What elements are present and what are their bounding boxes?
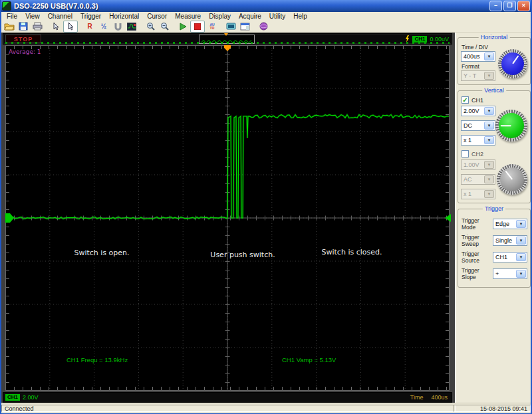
open-folder-icon [4, 22, 15, 31]
chevron-down-icon[interactable]: ▼ [484, 107, 494, 115]
trigger-slope-label: Trigger Slope [462, 267, 493, 280]
cursor-arrow-icon [52, 22, 60, 31]
magnet-icon [114, 22, 122, 31]
menu-trigger[interactable]: Trigger [76, 13, 105, 20]
window-icon [240, 23, 250, 31]
menu-horizontal[interactable]: Horizontal [105, 13, 143, 20]
chevron-down-icon[interactable]: ▼ [516, 220, 526, 228]
trigger-source-label: Trigger Source [462, 251, 493, 264]
menu-view[interactable]: View [21, 13, 44, 20]
trigger-group-title: Trigger [483, 205, 505, 212]
stop-icon [194, 23, 201, 30]
ch1-volts-select[interactable]: 2.00V▼ [461, 106, 495, 116]
preview-trigger-marker-icon[interactable] [224, 33, 228, 36]
trigger-slope-select[interactable]: +▼ [493, 268, 527, 279]
open-button[interactable] [3, 21, 16, 32]
ch1-checkbox[interactable]: ✓ [462, 96, 469, 104]
zoom-out-button[interactable] [158, 21, 171, 32]
chevron-down-icon[interactable]: ▼ [484, 52, 494, 60]
menu-channel[interactable]: Channel [44, 13, 76, 20]
ch2-knob-face [500, 167, 524, 191]
vertical-group-title: Vertical [482, 87, 506, 94]
menu-help[interactable]: Help [289, 13, 311, 20]
letter-r-icon: R [87, 23, 92, 30]
ch1-position-knob[interactable] [495, 110, 527, 142]
toolbar: R ½ AUTO [0, 21, 532, 33]
menu-cursor[interactable]: Cursor [143, 13, 171, 20]
time-div-select[interactable]: 400us ▼ [461, 51, 495, 62]
panel-window-button[interactable] [238, 21, 251, 32]
floppy-icon [19, 22, 28, 31]
chevron-down-icon: ▼ [484, 161, 494, 169]
ch2-probe-select: x 1▼ [461, 189, 495, 199]
format-label: Format [462, 63, 498, 70]
app-icon [2, 1, 11, 11]
status-bar: Connected 15-08-2015 09:41 [0, 403, 532, 414]
auto-icon: AUTO [209, 23, 214, 30]
ch1-probe-select[interactable]: x 1▼ [461, 135, 495, 146]
chevron-down-icon[interactable]: ▼ [516, 253, 526, 261]
check-icon: ✓ [462, 97, 467, 104]
annotation-switch-closed: Switch is closed. [322, 248, 382, 257]
pointer-tool-button[interactable] [49, 21, 63, 32]
purple-globe-icon [259, 22, 268, 31]
half-icon: ½ [101, 23, 106, 30]
waveform-image-icon [127, 23, 136, 31]
magnet-button[interactable] [111, 21, 124, 32]
refresh-button[interactable]: R [83, 21, 96, 32]
buffer-indicator [5, 42, 450, 44]
horizontal-knob[interactable] [498, 49, 527, 78]
window-border-left [0, 0, 1, 414]
waveform-canvas [5, 45, 450, 391]
split-channel-button[interactable]: ½ [97, 21, 110, 32]
trigger-source-select[interactable]: CH1▼ [493, 252, 527, 262]
menu-display[interactable]: Display [205, 13, 235, 20]
display-settings-button[interactable] [224, 21, 237, 32]
save-button[interactable] [17, 21, 30, 32]
chevron-down-icon[interactable]: ▼ [484, 136, 494, 144]
scope-region: STOP CH1 0.00uV Average: 1 Switch is ope… [0, 32, 455, 403]
chevron-down-icon: ▼ [484, 190, 494, 198]
trigger-sweep-label: Trigger Sweep [462, 234, 493, 247]
print-button[interactable] [31, 21, 44, 32]
channel-badge: CH1 [5, 394, 20, 401]
scope-display: Average: 1 Switch is open. User push swi… [5, 45, 450, 391]
ch1-coupling-select[interactable]: DC▼ [461, 120, 495, 131]
chevron-down-icon[interactable]: ▼ [516, 237, 526, 245]
waveform-capture-button[interactable] [125, 21, 138, 32]
menu-acquire[interactable]: Acquire [235, 13, 265, 20]
volts-per-div: 2.00V [23, 394, 39, 401]
annotation-switch-open: Switch is open. [74, 249, 129, 257]
zoom-in-button[interactable] [144, 21, 157, 32]
play-icon [180, 23, 187, 31]
chevron-down-icon[interactable]: ▼ [484, 122, 494, 130]
cursor-arrow-icon [66, 22, 74, 31]
trigger-mode-select[interactable]: Edge▼ [493, 219, 527, 229]
minimize-button[interactable]: – [489, 1, 502, 11]
restore-button[interactable]: ❐ [503, 1, 516, 11]
trigger-channel-badge: CH1 [412, 36, 427, 43]
close-button[interactable]: × [517, 1, 530, 11]
ch2-checkbox[interactable] [462, 150, 469, 157]
title-bar: DSO-2250 USB(V7.0.0.3) – ❐ × [0, 0, 532, 12]
horizontal-group-title: Horizontal [479, 34, 510, 41]
menu-file[interactable]: File [3, 13, 21, 20]
annotation-user-push: User push switch. [210, 251, 275, 259]
stop-button[interactable] [190, 21, 205, 33]
vertical-group: Vertical ✓ CH1 2.00V▼ DC▼ x 1▼ CH2 [458, 90, 531, 203]
select-tool-button[interactable] [63, 21, 78, 33]
horizontal-group: Horizontal Time / DIV 400us ▼ Format Y -… [458, 37, 531, 85]
trigger-sweep-select[interactable]: Single▼ [493, 235, 527, 246]
start-button[interactable] [176, 21, 190, 32]
help-about-button[interactable] [257, 21, 270, 32]
chevron-down-icon[interactable]: ▼ [516, 270, 526, 278]
scope-bottom-strip: CH1 2.00V Time 400us [3, 392, 452, 403]
ch2-volts-select: 1.00V▼ [461, 159, 495, 170]
autoset-button[interactable]: AUTO [205, 21, 219, 32]
printer-icon [33, 22, 43, 31]
time-div-label: Time / DIV [462, 44, 498, 51]
ch2-position-knob[interactable] [497, 164, 527, 195]
format-select: Y - T ▼ [461, 70, 495, 81]
menu-measure[interactable]: Measure [171, 13, 205, 20]
menu-utility[interactable]: Utility [265, 13, 289, 20]
